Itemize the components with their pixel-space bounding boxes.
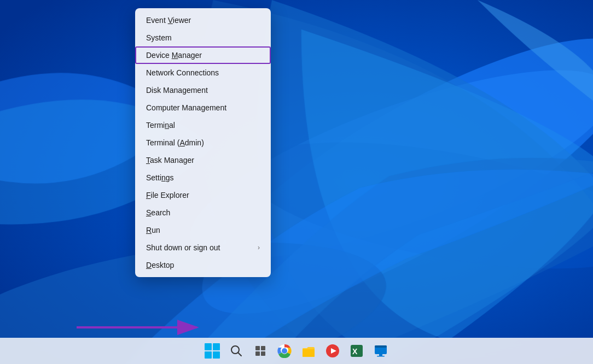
search-button[interactable] — [225, 340, 247, 362]
menu-item-settings[interactable]: Settings — [135, 169, 271, 186]
menu-item-system[interactable]: System — [135, 29, 271, 46]
excel-button[interactable]: X — [346, 340, 368, 362]
menu-item-file-explorer-label: File Explorer — [146, 191, 189, 199]
chrome-icon — [277, 344, 292, 358]
menu-item-computer-management-label: Computer Management — [146, 103, 226, 112]
menu-item-task-manager[interactable]: Task Manager — [135, 151, 271, 169]
menu-item-computer-management[interactable]: Computer Management — [135, 99, 271, 116]
menu-item-disk-management[interactable]: Disk Management — [135, 81, 271, 99]
remote-desktop-button[interactable] — [370, 340, 392, 362]
svg-point-15 — [282, 349, 287, 353]
menu-item-shutdown[interactable]: Shut down or sign out › — [135, 239, 271, 256]
menu-item-search[interactable]: Search — [135, 204, 271, 221]
menu-item-run[interactable]: Run — [135, 221, 271, 239]
desktop: Event Viewer System Device Manager Netwo… — [0, 0, 593, 364]
menu-item-desktop[interactable]: Desktop — [135, 256, 271, 274]
svg-rect-24 — [379, 354, 382, 356]
svg-rect-23 — [375, 345, 387, 348]
menu-item-run-label: Run — [146, 226, 160, 234]
chrome-button[interactable] — [274, 340, 295, 362]
menu-item-desktop-label: Desktop — [146, 261, 174, 269]
menu-item-event-viewer[interactable]: Event Viewer — [135, 11, 271, 29]
menu-item-settings-label: Settings — [146, 173, 174, 182]
taskbar-icons: X — [201, 340, 392, 362]
task-view-button[interactable] — [249, 340, 271, 362]
menu-item-event-viewer-label: Event Viewer — [146, 16, 191, 25]
taskbar: X — [0, 338, 593, 364]
menu-item-system-label: System — [146, 33, 172, 42]
remote-desktop-icon — [374, 344, 388, 358]
menu-item-file-explorer[interactable]: File Explorer — [135, 186, 271, 204]
arrow-indicator — [77, 314, 208, 341]
submenu-arrow-icon: › — [258, 244, 260, 251]
svg-rect-25 — [377, 356, 385, 357]
start-button[interactable] — [201, 340, 223, 362]
menu-item-network-connections-label: Network Connections — [146, 68, 219, 77]
media-button[interactable] — [322, 340, 344, 362]
media-icon — [325, 344, 340, 358]
svg-rect-12 — [261, 351, 265, 356]
menu-item-device-manager-label: Device Manager — [146, 51, 202, 60]
svg-rect-17 — [303, 349, 315, 357]
menu-item-terminal-admin-label: Terminal (Admin) — [146, 138, 204, 147]
menu-item-shutdown-label: Shut down or sign out — [146, 243, 220, 252]
task-view-icon — [254, 345, 266, 357]
search-icon — [230, 345, 242, 357]
context-menu: Event Viewer System Device Manager Netwo… — [135, 8, 271, 277]
menu-item-disk-management-label: Disk Management — [146, 86, 208, 95]
svg-rect-10 — [261, 346, 265, 350]
svg-line-8 — [239, 353, 242, 356]
file-explorer-button[interactable] — [298, 340, 319, 362]
svg-text:X: X — [352, 347, 358, 356]
windows-logo-icon — [205, 343, 220, 359]
menu-item-terminal[interactable]: Terminal — [135, 116, 271, 134]
menu-item-search-label: Search — [146, 208, 170, 217]
menu-item-terminal-admin[interactable]: Terminal (Admin) — [135, 134, 271, 151]
svg-rect-11 — [255, 351, 260, 356]
menu-item-task-manager-label: Task Manager — [146, 156, 194, 165]
file-explorer-icon — [301, 344, 316, 358]
menu-item-network-connections[interactable]: Network Connections — [135, 64, 271, 81]
desktop-wallpaper — [0, 0, 593, 364]
menu-item-terminal-label: Terminal — [146, 121, 175, 130]
menu-item-device-manager[interactable]: Device Manager — [135, 46, 271, 64]
excel-icon: X — [350, 344, 364, 358]
svg-rect-9 — [255, 346, 260, 350]
